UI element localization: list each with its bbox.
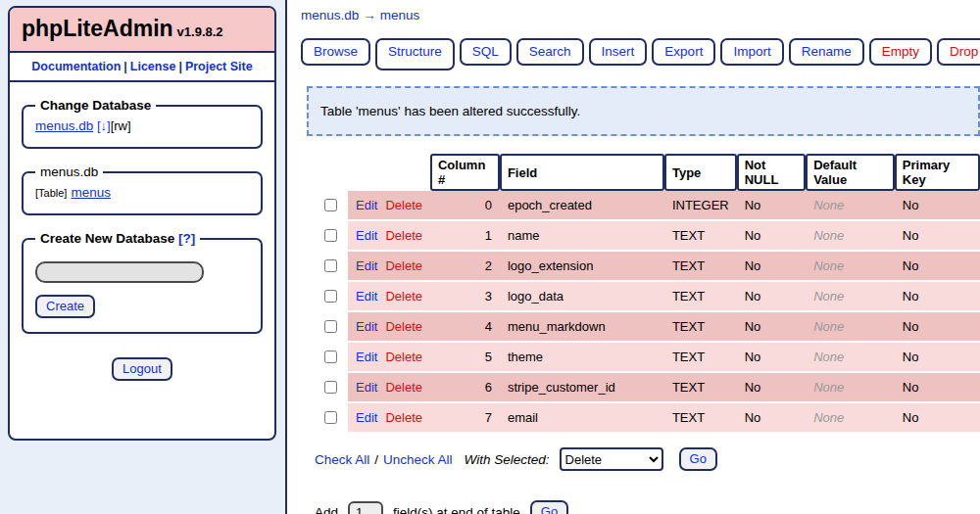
row-checkbox[interactable] (324, 290, 337, 303)
tab-sql[interactable]: SQL (460, 38, 512, 66)
cell-type: TEXT (664, 312, 737, 343)
cell-not-null: No (737, 252, 806, 282)
edit-link[interactable]: Edit (356, 198, 377, 212)
database-link[interactable]: menus.db (35, 118, 93, 133)
table-row: EditDelete 2 logo_extension TEXT No None… (313, 252, 980, 282)
delete-link[interactable]: Delete (385, 350, 422, 364)
breadcrumb-database[interactable]: menus.db (301, 8, 359, 23)
row-checkbox[interactable] (324, 411, 337, 424)
create-database-fieldset: Create New Database [?] Create (22, 231, 263, 334)
delete-link[interactable]: Delete (385, 380, 422, 395)
delete-link[interactable]: Delete (385, 319, 422, 334)
add-label: Add (315, 505, 338, 514)
cell-column-number: 7 (430, 403, 500, 434)
cell-not-null: No (737, 221, 806, 252)
cell-not-null: No (737, 191, 806, 221)
tab-browse[interactable]: Browse (301, 38, 370, 66)
download-database-link[interactable]: [↓] (97, 118, 111, 133)
cell-default-value: None (806, 312, 895, 343)
cell-default-value: None (806, 252, 895, 282)
cell-primary-key: No (895, 221, 980, 252)
cell-field: epoch_created (500, 191, 664, 221)
cell-not-null: No (737, 373, 806, 403)
row-checkbox[interactable] (324, 229, 337, 242)
cell-type: INTEGER (664, 191, 737, 221)
row-checkbox[interactable] (324, 350, 337, 363)
cell-type: TEXT (664, 282, 737, 312)
tab-structure[interactable]: Structure (375, 38, 455, 70)
with-selected-dropdown[interactable]: Delete (560, 447, 663, 471)
tab-import[interactable]: Import (720, 38, 783, 66)
add-suffix-label: field(s) at end of table (393, 505, 520, 514)
cell-field: stripe_customer_id (500, 373, 664, 403)
delete-link[interactable]: Delete (385, 410, 422, 425)
documentation-link[interactable]: Documentation (31, 60, 121, 73)
logout-button[interactable]: Logout (112, 357, 172, 381)
tab-insert[interactable]: Insert (589, 38, 648, 66)
cell-column-number: 4 (430, 312, 500, 343)
table-header-row: Column # Field Type Not NULL Default Val… (313, 154, 980, 191)
cell-not-null: No (737, 403, 806, 434)
delete-link[interactable]: Delete (385, 228, 422, 243)
table-menus-link[interactable]: menus (71, 185, 111, 200)
row-checkbox[interactable] (324, 259, 337, 272)
cell-primary-key: No (895, 191, 980, 221)
status-message: Table 'menus' has been altered successfu… (307, 86, 980, 136)
delete-link[interactable]: Delete (385, 289, 422, 304)
add-field-controls: Add field(s) at end of table Go (315, 500, 980, 514)
cell-default-value: None (806, 191, 895, 221)
cell-type: TEXT (664, 403, 737, 434)
row-checkbox[interactable] (324, 381, 337, 394)
edit-link[interactable]: Edit (356, 258, 377, 273)
header-field: Field (500, 154, 664, 191)
tab-drop[interactable]: Drop (937, 38, 980, 66)
cell-primary-key: No (895, 373, 980, 403)
project-site-link[interactable]: Project Site (185, 60, 253, 73)
uncheck-all-link[interactable]: Uncheck All (383, 452, 453, 467)
breadcrumb: menus.db→menus (301, 8, 980, 23)
cell-default-value: None (806, 343, 895, 373)
rw-flag: [rw] (111, 118, 131, 133)
header-not-null: Not NULL (737, 154, 806, 191)
edit-link[interactable]: Edit (356, 289, 377, 304)
cell-default-value: None (806, 282, 895, 312)
row-checkbox[interactable] (324, 320, 337, 333)
breadcrumb-table[interactable]: menus (380, 8, 420, 23)
cell-primary-key: No (895, 282, 980, 312)
help-link[interactable]: [?] (178, 231, 195, 246)
new-database-name-input[interactable] (35, 261, 204, 283)
delete-link[interactable]: Delete (385, 198, 422, 212)
tab-search[interactable]: Search (516, 38, 584, 66)
cell-column-number: 6 (430, 373, 500, 403)
add-field-count-input[interactable] (348, 501, 383, 514)
sidebar: phpLiteAdminv1.9.8.2 Documentation|Licen… (8, 6, 276, 441)
tab-export[interactable]: Export (652, 38, 715, 66)
top-nav: Documentation|License|Project Site (10, 53, 274, 82)
tab-empty[interactable]: Empty (869, 38, 932, 66)
edit-link[interactable]: Edit (356, 350, 377, 364)
edit-link[interactable]: Edit (356, 319, 377, 334)
table-row: EditDelete 4 menu_markdown TEXT No None … (313, 312, 980, 343)
edit-link[interactable]: Edit (356, 380, 377, 395)
database-tree-fieldset: menus.db [Table]menus (22, 164, 263, 215)
row-checkbox[interactable] (324, 199, 337, 211)
tab-rename[interactable]: Rename (789, 38, 864, 66)
create-button[interactable]: Create (35, 295, 95, 318)
cell-type: TEXT (664, 221, 737, 252)
create-database-legend-text: Create New Database (40, 231, 174, 246)
license-link[interactable]: License (130, 60, 176, 73)
cell-field: logo_extension (500, 252, 664, 282)
with-selected-label: With Selected: (465, 452, 550, 467)
structure-table-body: EditDelete 0 epoch_created INTEGER No No… (313, 191, 980, 434)
check-all-link[interactable]: Check All (315, 452, 369, 467)
edit-link[interactable]: Edit (356, 228, 377, 243)
edit-link[interactable]: Edit (356, 410, 377, 425)
delete-link[interactable]: Delete (385, 258, 422, 273)
structure-table: Column # Field Type Not NULL Default Val… (313, 154, 980, 434)
selection-go-button[interactable]: Go (679, 447, 717, 471)
breadcrumb-arrow-icon: → (363, 8, 376, 23)
app-titlebar: phpLiteAdminv1.9.8.2 (10, 8, 274, 53)
add-field-go-button[interactable]: Go (530, 500, 568, 514)
cell-field: email (500, 403, 664, 434)
table-row: EditDelete 6 stripe_customer_id TEXT No … (313, 373, 980, 403)
